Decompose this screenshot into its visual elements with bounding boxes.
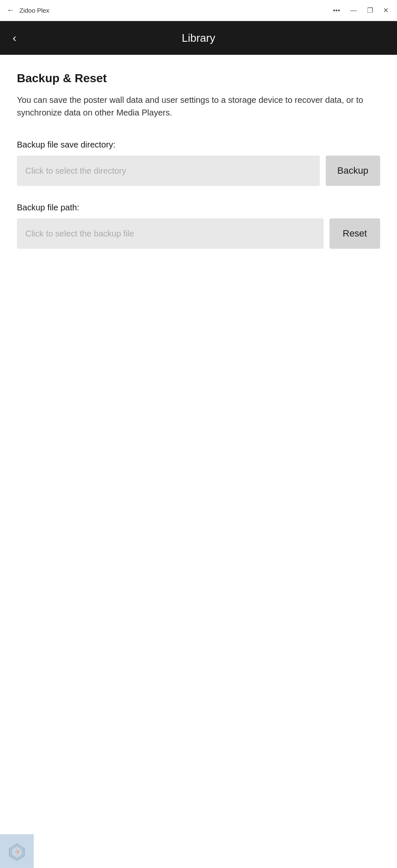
- directory-input[interactable]: Click to select the directory: [17, 156, 320, 186]
- zidoo-logo-svg: [7, 841, 27, 861]
- section-header: Backup & Reset You can save the poster w…: [17, 72, 380, 119]
- backup-file-group: Backup file path: Click to select the ba…: [17, 203, 380, 249]
- backup-file-label: Backup file path:: [17, 203, 380, 212]
- content-area: Backup & Reset You can save the poster w…: [0, 55, 397, 282]
- backup-button[interactable]: Backup: [326, 156, 380, 186]
- app-title: Zidoo Plex: [19, 7, 49, 14]
- back-arrow-icon[interactable]: ←: [7, 6, 14, 15]
- directory-input-placeholder: Click to select the directory: [25, 166, 126, 176]
- title-bar-controls: ••• — ❐ ✕: [331, 5, 390, 16]
- backup-file-input-placeholder: Click to select the backup file: [25, 229, 134, 239]
- nav-title: Library: [182, 32, 215, 45]
- close-icon[interactable]: ✕: [381, 5, 390, 16]
- bottom-logo-icon: [0, 834, 34, 868]
- backup-directory-group: Backup file save directory: Click to sel…: [17, 140, 380, 186]
- backup-file-row: Click to select the backup file Reset: [17, 218, 380, 249]
- section-title: Backup & Reset: [17, 72, 380, 85]
- title-bar-left: ← Zidoo Plex: [7, 6, 49, 15]
- more-options-icon[interactable]: •••: [331, 5, 342, 16]
- backup-directory-row: Click to select the directory Backup: [17, 156, 380, 186]
- nav-bar: ‹ Library: [0, 21, 397, 55]
- reset-button[interactable]: Reset: [329, 218, 380, 249]
- title-bar: ← Zidoo Plex ••• — ❐ ✕: [0, 0, 397, 21]
- minimize-icon[interactable]: —: [348, 5, 359, 16]
- section-description: You can save the poster wall data and us…: [17, 94, 380, 119]
- backup-file-input[interactable]: Click to select the backup file: [17, 218, 324, 249]
- backup-directory-label: Backup file save directory:: [17, 140, 380, 150]
- nav-back-button[interactable]: ‹: [13, 32, 16, 45]
- maximize-icon[interactable]: ❐: [365, 5, 375, 16]
